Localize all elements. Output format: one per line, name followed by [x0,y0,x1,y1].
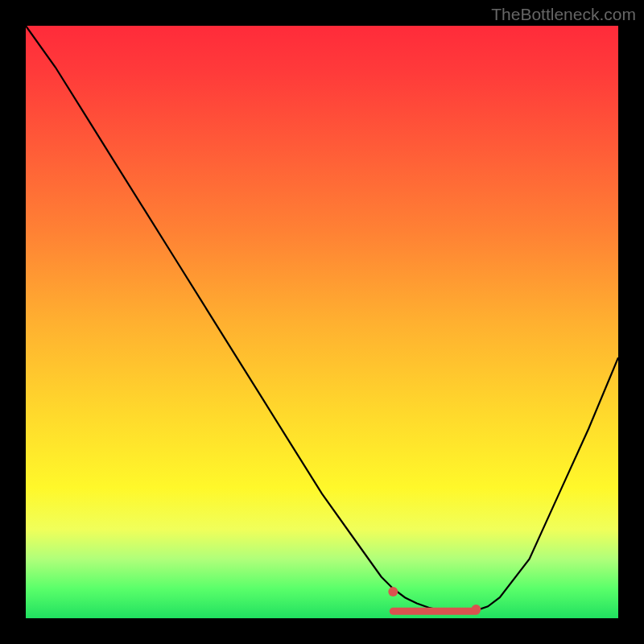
curve-layer [26,26,618,618]
bottleneck-curve [26,26,618,613]
marker-right [471,605,481,614]
chart-container: TheBottleneck.com [0,0,644,644]
plot-area [26,26,618,618]
marker-left [388,587,398,597]
attribution-text: TheBottleneck.com [491,5,636,24]
